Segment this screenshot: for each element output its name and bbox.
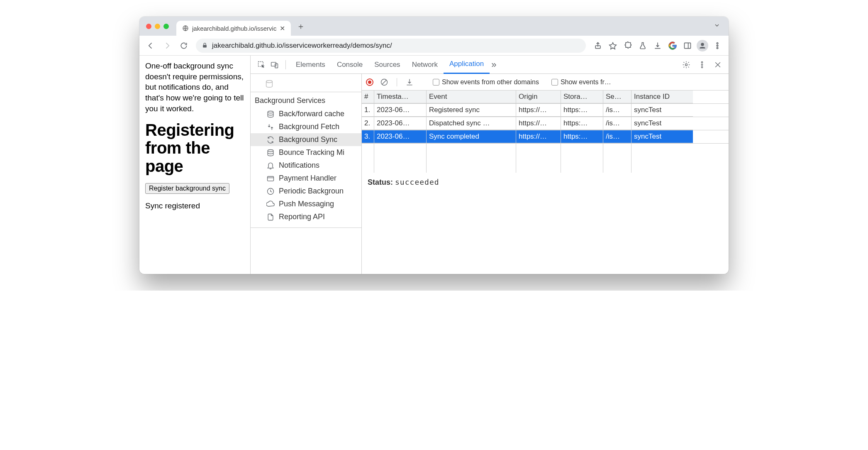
sidebar-item-label: Background Sync — [279, 135, 337, 144]
back-button[interactable] — [144, 39, 158, 53]
more-tabs-icon[interactable]: » — [491, 59, 496, 70]
events-toolbar: Show events from other domains Show even… — [362, 74, 729, 90]
devtools-tabbar: Elements Console Sources Network Applica… — [251, 56, 729, 74]
col-storage[interactable]: Stora… — [561, 90, 603, 103]
sidepanel-icon[interactable] — [680, 39, 695, 53]
record-icon[interactable] — [366, 78, 373, 86]
downloads-icon[interactable] — [651, 39, 665, 53]
table-cell: /is… — [603, 104, 631, 117]
col-timestamp[interactable]: Timesta… — [374, 90, 427, 103]
sidebar-item-label: Bounce Tracking Mi — [279, 148, 344, 157]
sidebar-item-label: Push Messaging — [279, 200, 334, 208]
tab-sources[interactable]: Sources — [368, 56, 406, 74]
checkbox-icon[interactable] — [433, 79, 439, 86]
table-cell: Sync completed — [427, 130, 516, 143]
page-status-text: Sync registered — [145, 201, 245, 211]
separator — [285, 60, 286, 69]
window-controls — [146, 24, 169, 29]
tab-console[interactable]: Console — [331, 56, 368, 74]
tab-strip: jakearchibald.github.io/isservic ✕ ＋ — [139, 17, 729, 36]
close-devtools-icon[interactable] — [711, 58, 724, 71]
col-scope[interactable]: Se… — [603, 90, 631, 103]
svg-marker-3 — [610, 42, 617, 49]
bookmark-icon[interactable] — [606, 39, 620, 53]
labs-icon[interactable] — [636, 39, 650, 53]
table-row[interactable]: 3.2023-06…Sync completedhttps://…https:…… — [362, 130, 729, 144]
maximize-window-icon[interactable] — [163, 24, 169, 29]
svg-line-26 — [382, 80, 386, 84]
status-value: succeeded — [395, 178, 439, 186]
sidebar-item-bounce-tracking[interactable]: Bounce Tracking Mi — [251, 146, 361, 159]
globe-icon — [182, 25, 189, 32]
minimize-window-icon[interactable] — [155, 24, 160, 29]
svg-rect-4 — [685, 43, 691, 48]
table-row[interactable]: 2.2023-06…Dispatched sync …https://…http… — [362, 117, 729, 130]
lock-icon — [202, 42, 208, 49]
browser-tab[interactable]: jakearchibald.github.io/isservic ✕ — [176, 21, 291, 36]
status-label: Status: — [368, 178, 393, 186]
sidebar-item-label: Background Fetch — [279, 122, 339, 131]
extensions-icon[interactable] — [621, 39, 635, 53]
col-event[interactable]: Event — [427, 90, 516, 103]
sidebar-item-label: Back/forward cache — [279, 110, 344, 118]
sidebar-item-push-messaging[interactable]: Push Messaging — [251, 198, 361, 210]
tabs-dropdown-icon[interactable] — [714, 22, 720, 30]
google-icon[interactable] — [666, 39, 680, 53]
browser-window: jakearchibald.github.io/isservic ✕ ＋ jak… — [139, 17, 729, 274]
checkbox-other-domains[interactable]: Show events from other domains — [433, 78, 539, 86]
checkbox-icon[interactable] — [551, 79, 558, 86]
device-toolbar-icon[interactable] — [268, 58, 281, 71]
close-tab-icon[interactable]: ✕ — [280, 24, 285, 32]
close-window-icon[interactable] — [146, 24, 151, 29]
svg-point-14 — [701, 61, 702, 63]
svg-point-8 — [717, 45, 718, 46]
col-origin[interactable]: Origin — [516, 90, 561, 103]
table-cell: Dispatched sync … — [427, 117, 516, 130]
share-icon[interactable] — [591, 39, 605, 53]
table-cell: https://… — [516, 104, 561, 117]
devtools-main: Show events from other domains Show even… — [362, 74, 729, 274]
sidebar-item-hidden[interactable]: . — [251, 76, 361, 92]
sidebar-item-background-sync[interactable]: Background Sync — [251, 133, 361, 146]
inspect-element-icon[interactable] — [255, 58, 268, 71]
register-sync-button[interactable]: Register background sync — [145, 183, 229, 194]
new-tab-button[interactable]: ＋ — [297, 21, 305, 32]
col-num[interactable]: # — [362, 90, 374, 103]
table-cell: syncTest — [631, 104, 693, 117]
sidebar-item-payment-handler[interactable]: Payment Handler — [251, 172, 361, 185]
profile-avatar[interactable] — [695, 39, 710, 53]
table-cell: 1. — [362, 104, 374, 117]
empty-table-area — [362, 144, 729, 173]
save-icon[interactable] — [403, 76, 416, 89]
sidebar-item-background-fetch[interactable]: Background Fetch — [251, 120, 361, 133]
tab-application[interactable]: Application — [444, 56, 490, 74]
sidebar-item-label: Notifications — [279, 161, 319, 170]
svg-point-7 — [717, 42, 718, 44]
sidebar-item-notifications[interactable]: Notifications — [251, 159, 361, 172]
checkbox-show-events-from[interactable]: Show events fr… — [551, 78, 611, 86]
gear-icon[interactable] — [680, 58, 693, 71]
table-cell: https:… — [561, 130, 603, 143]
svg-rect-12 — [275, 64, 278, 68]
clear-icon[interactable] — [378, 76, 391, 89]
sidebar-item-reporting-api[interactable]: Reporting API — [251, 210, 361, 223]
svg-point-15 — [701, 64, 702, 65]
devtools-kebab-icon[interactable] — [695, 58, 709, 71]
sidebar-item-back-forward-cache[interactable]: Back/forward cache — [251, 108, 361, 120]
table-row[interactable]: 1.2023-06…Registered synchttps://…https:… — [362, 104, 729, 117]
checkbox-label: Show events fr… — [561, 78, 611, 86]
col-instance[interactable]: Instance ID — [631, 90, 693, 103]
forward-button[interactable] — [160, 39, 174, 53]
separator — [397, 78, 397, 86]
sidebar-bottom-divider — [251, 227, 361, 236]
page-intro-text: One-off background sync doesn't require … — [145, 61, 245, 114]
address-bar[interactable]: jakearchibald.github.io/isserviceworkerr… — [196, 39, 586, 53]
svg-rect-11 — [271, 62, 276, 66]
kebab-menu-icon[interactable] — [710, 39, 724, 53]
events-table: # Timesta… Event Origin Stora… Se… Insta… — [362, 90, 729, 173]
table-cell: Registered sync — [427, 104, 516, 117]
tab-network[interactable]: Network — [406, 56, 444, 74]
tab-elements[interactable]: Elements — [290, 56, 331, 74]
sidebar-item-periodic-background[interactable]: Periodic Backgroun — [251, 185, 361, 198]
reload-button[interactable] — [177, 39, 191, 53]
